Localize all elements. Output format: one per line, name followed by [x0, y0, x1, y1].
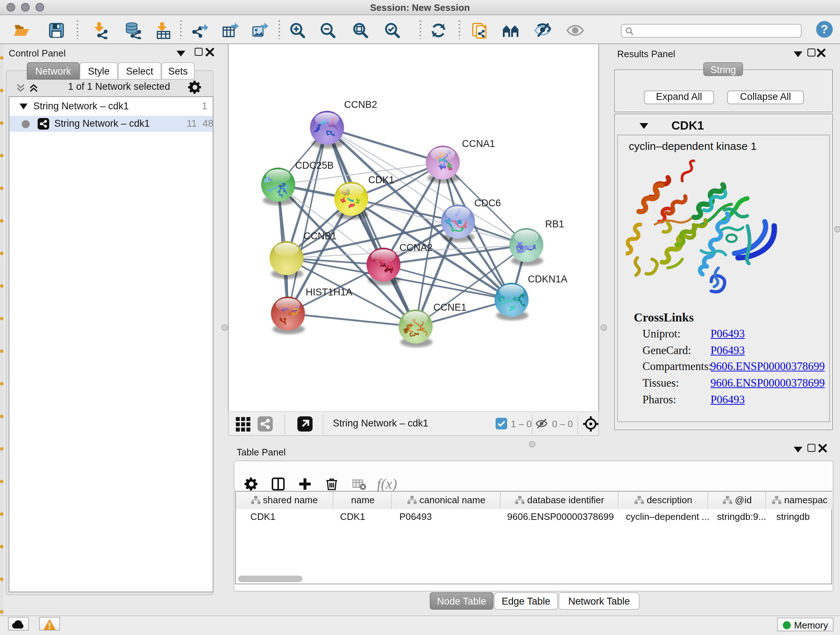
- svg-text:CCNB2: CCNB2: [344, 99, 377, 110]
- svg-text:CDKN1A: CDKN1A: [528, 274, 568, 285]
- svg-text:CDC6: CDC6: [474, 198, 501, 209]
- svg-text:CCNE1: CCNE1: [433, 302, 467, 313]
- svg-text:HIST1H1A: HIST1H1A: [306, 287, 352, 298]
- svg-text:CDK1: CDK1: [368, 174, 394, 185]
- svg-text:CCNA2: CCNA2: [399, 242, 433, 253]
- svg-text:CCNB1: CCNB1: [303, 231, 337, 241]
- svg-text:RB1: RB1: [545, 219, 564, 230]
- svg-text:CDC25B: CDC25B: [295, 160, 334, 171]
- svg-text:CCNA1: CCNA1: [462, 138, 495, 149]
